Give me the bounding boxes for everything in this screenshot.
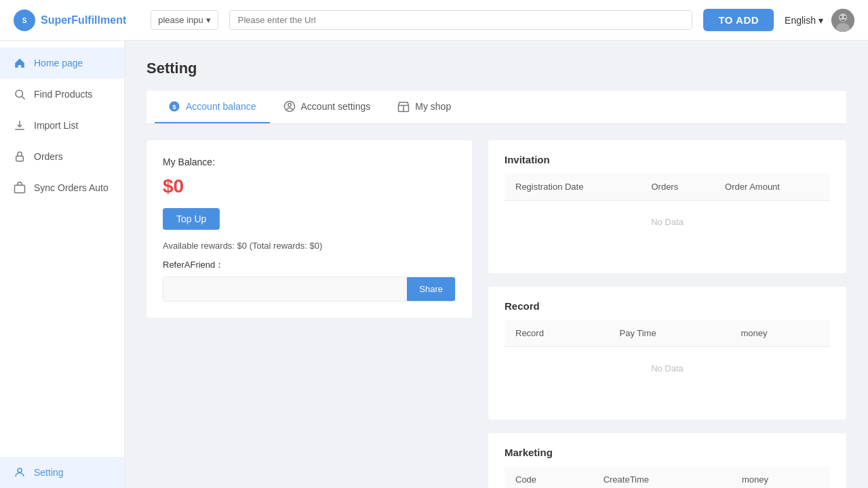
svg-point-15 bbox=[288, 104, 291, 107]
col-create-time: CreateTime bbox=[593, 466, 731, 488]
dollar-icon: $ bbox=[168, 100, 180, 113]
platform-select[interactable]: please inpu ▾ bbox=[151, 10, 218, 30]
top-up-button[interactable]: Top Up bbox=[163, 208, 220, 230]
svg-point-5 bbox=[840, 16, 842, 18]
my-balance-label: My Balance: bbox=[163, 157, 456, 167]
col-order-amount: Order Amount bbox=[714, 174, 830, 201]
marketing-section: Marketing Code CreateTime money No Data bbox=[488, 433, 846, 488]
tab-account-settings[interactable]: Account settings bbox=[270, 91, 384, 123]
record-table: Record Pay Time money No Data bbox=[505, 320, 830, 390]
sidebar: Home page Find Products Import List Orde… bbox=[0, 41, 125, 488]
svg-point-6 bbox=[844, 16, 846, 18]
shop-icon bbox=[397, 100, 410, 113]
marketing-title: Marketing bbox=[505, 447, 830, 458]
user-icon bbox=[14, 466, 26, 479]
language-selector[interactable]: English ▾ bbox=[785, 15, 823, 26]
svg-text:$: $ bbox=[172, 103, 176, 110]
col-money: money bbox=[730, 320, 830, 347]
sidebar-spacer bbox=[0, 203, 124, 457]
tab-my-shop[interactable]: My shop bbox=[384, 91, 465, 123]
sidebar-label-setting: Setting bbox=[34, 467, 64, 478]
rewards-text: Available rewards: $0 (Total rewards: $0… bbox=[163, 241, 456, 251]
refer-row: Share bbox=[163, 277, 456, 302]
sidebar-item-orders[interactable]: Orders bbox=[0, 141, 124, 172]
logo-text: SuperFulfillment bbox=[41, 14, 126, 26]
invitation-title: Invitation bbox=[505, 154, 830, 165]
invitation-no-data: No Data bbox=[505, 201, 830, 244]
tabs-bar: $ Account balance Account settings My sh… bbox=[146, 91, 846, 124]
to-add-button[interactable]: TO ADD bbox=[703, 9, 774, 31]
header: S SuperFulfillment please inpu ▾ TO ADD … bbox=[0, 0, 868, 41]
home-icon bbox=[14, 57, 26, 69]
select-value: please inpu bbox=[158, 15, 203, 25]
record-no-data: No Data bbox=[505, 347, 830, 390]
avatar[interactable] bbox=[831, 9, 854, 32]
chevron-down-icon: ▾ bbox=[206, 15, 211, 25]
balance-card: My Balance: $0 Top Up Available rewards:… bbox=[146, 140, 472, 318]
record-title: Record bbox=[505, 300, 830, 312]
box-icon bbox=[14, 182, 26, 194]
svg-line-8 bbox=[22, 96, 24, 99]
invitation-table: Registration Date Orders Order Amount No… bbox=[505, 174, 830, 243]
main-content: Setting $ Account balance Account settin… bbox=[125, 41, 868, 488]
page-title: Setting bbox=[146, 60, 846, 77]
sidebar-item-sync-orders[interactable]: Sync Orders Auto bbox=[0, 172, 124, 203]
body-layout: Home page Find Products Import List Orde… bbox=[0, 41, 868, 488]
content-row: My Balance: $0 Top Up Available rewards:… bbox=[146, 140, 846, 488]
refer-label: ReferAFriend： bbox=[163, 259, 456, 271]
col-code: Code bbox=[505, 466, 593, 488]
svg-rect-9 bbox=[16, 156, 24, 161]
sidebar-item-import-list[interactable]: Import List bbox=[0, 110, 124, 141]
right-panel: Invitation Registration Date Orders Orde… bbox=[488, 140, 846, 488]
sidebar-label-sync: Sync Orders Auto bbox=[34, 182, 108, 193]
sidebar-label-home: Home page bbox=[34, 58, 83, 68]
language-label: English bbox=[785, 15, 816, 26]
logo-area: S SuperFulfillment bbox=[14, 9, 126, 31]
col-registration-date: Registration Date bbox=[505, 174, 640, 201]
left-panel: My Balance: $0 Top Up Available rewards:… bbox=[146, 140, 472, 488]
tab-account-settings-label: Account settings bbox=[301, 101, 371, 112]
tab-account-balance-label: Account balance bbox=[186, 101, 256, 112]
col-record: Record bbox=[505, 320, 609, 347]
lang-chevron-icon: ▾ bbox=[818, 15, 823, 26]
svg-point-7 bbox=[16, 90, 23, 98]
svg-rect-10 bbox=[15, 185, 25, 192]
record-section: Record Record Pay Time money No Data bbox=[488, 287, 846, 420]
share-button[interactable]: Share bbox=[407, 277, 455, 301]
col-pay-time: Pay Time bbox=[609, 320, 730, 347]
tab-account-balance[interactable]: $ Account balance bbox=[155, 91, 270, 123]
svg-point-11 bbox=[18, 468, 22, 472]
tab-my-shop-label: My shop bbox=[415, 101, 451, 112]
sidebar-item-find-products[interactable]: Find Products bbox=[0, 79, 124, 110]
download-icon bbox=[14, 119, 26, 131]
logo-icon: S bbox=[14, 9, 35, 31]
refer-input[interactable] bbox=[163, 277, 407, 301]
balance-amount: $0 bbox=[163, 176, 456, 197]
user-circle-icon bbox=[283, 100, 296, 113]
invitation-section: Invitation Registration Date Orders Orde… bbox=[488, 140, 846, 273]
lock-icon bbox=[14, 150, 26, 163]
col-orders: Orders bbox=[640, 174, 714, 201]
svg-text:S: S bbox=[22, 17, 27, 24]
search-icon bbox=[14, 88, 26, 100]
col-money-2: money bbox=[731, 466, 830, 488]
sidebar-label-import-list: Import List bbox=[34, 120, 78, 131]
sidebar-label-find-products: Find Products bbox=[34, 89, 92, 100]
sidebar-item-home[interactable]: Home page bbox=[0, 47, 124, 79]
marketing-table: Code CreateTime money No Data bbox=[505, 466, 830, 488]
url-input[interactable] bbox=[229, 10, 693, 30]
sidebar-label-orders: Orders bbox=[34, 151, 63, 162]
header-right: English ▾ bbox=[785, 9, 854, 32]
sidebar-item-setting[interactable]: Setting bbox=[0, 457, 124, 488]
